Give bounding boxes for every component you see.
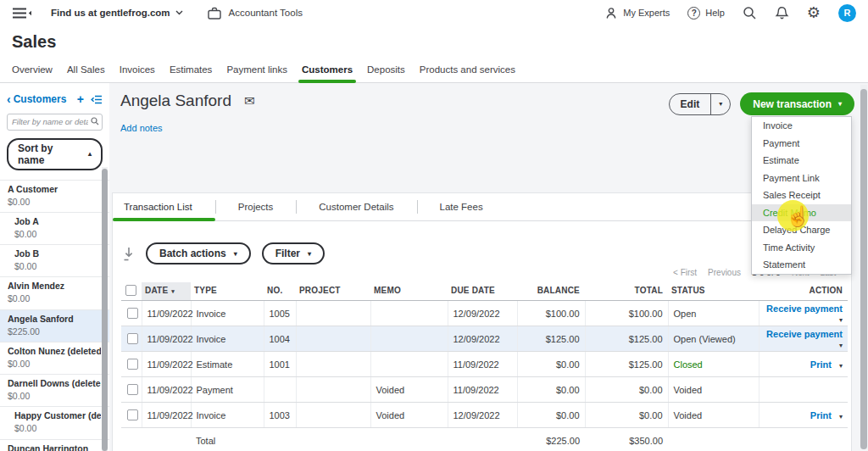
row-checkbox[interactable]: [127, 384, 138, 395]
hamburger-menu-icon[interactable]: [12, 8, 32, 19]
row-action-link[interactable]: Print: [810, 359, 832, 370]
transaction-row[interactable]: 11/09/2022 Invoice 1003 Voided 12/09/202…: [121, 403, 848, 428]
transaction-row[interactable]: 11/09/2022 Payment Voided 11/09/2022 $0.…: [121, 377, 848, 403]
cell-memo: Voided: [370, 377, 448, 403]
new-transaction-menu: Invoice Payment Estimate Payment Link Sa…: [751, 116, 852, 275]
customer-balance: $0.00: [14, 423, 101, 434]
transaction-menu-item[interactable]: Estimate: [752, 152, 851, 170]
cell-date: 11/09/2022: [142, 377, 191, 403]
customer-filter-input[interactable]: [7, 114, 103, 131]
cell-total: $0.00: [585, 403, 668, 428]
quickbooks-sales-page: Find us at gentlefrog.com Accountant Too…: [0, 0, 868, 451]
detail-tab[interactable]: Projects: [215, 193, 297, 220]
column-header-status[interactable]: STATUS: [668, 282, 759, 301]
row-action-link[interactable]: Receive payment: [766, 329, 843, 339]
customer-list-item[interactable]: Angela Sanford $225.00: [0, 310, 109, 342]
email-envelope-icon[interactable]: ✉: [244, 93, 255, 109]
edit-dropdown-caret[interactable]: ▾: [710, 94, 730, 114]
transaction-menu-item[interactable]: Statement: [752, 256, 851, 274]
add-notes-link[interactable]: Add notes: [120, 123, 255, 133]
customer-list-item[interactable]: Job B $0.00: [0, 245, 109, 277]
sidebar-scrollbar-thumb[interactable]: [102, 169, 108, 451]
customer-list-item[interactable]: Job A $0.00: [0, 213, 109, 245]
page-scrollbar-thumb[interactable]: [860, 89, 867, 449]
column-header-no[interactable]: NO.: [264, 282, 296, 301]
cell-status: Voided: [668, 377, 759, 403]
select-all-checkbox[interactable]: [125, 285, 136, 296]
collapse-list-icon[interactable]: [91, 95, 103, 104]
export-icon[interactable]: [123, 247, 135, 261]
main-tab[interactable]: Estimates: [170, 63, 213, 82]
filter-button[interactable]: Filter ▾: [262, 242, 325, 264]
customer-list-item[interactable]: Darnell Downs (deleted) $0.00: [0, 375, 109, 407]
action-caret-icon[interactable]: ▾: [839, 342, 843, 349]
transaction-menu-item[interactable]: Sales Receipt: [752, 187, 851, 204]
edit-button[interactable]: Edit ▾: [669, 93, 732, 115]
my-experts-button[interactable]: My Experts: [604, 7, 670, 19]
main-tab[interactable]: Overview: [12, 63, 53, 82]
transaction-row[interactable]: 11/09/2022 Invoice 1005 12/09/2022 $100.…: [121, 301, 848, 326]
accountant-tools-button[interactable]: Accountant Tools: [229, 8, 303, 18]
detail-tab[interactable]: Customer Details: [296, 193, 416, 220]
cell-no: 1001: [264, 352, 296, 377]
customer-list-item[interactable]: Colton Nunez (deleted) $0.00: [0, 342, 109, 375]
customer-list-item[interactable]: Happy Customer (delet $0.00: [0, 407, 109, 439]
column-header-action: ACTION: [759, 282, 848, 301]
column-header-type[interactable]: TYPE: [191, 282, 264, 301]
action-caret-icon[interactable]: ▾: [839, 362, 843, 370]
customer-list-item[interactable]: Alvin Mendez $0.00: [0, 277, 109, 309]
pagination-first[interactable]: < First: [673, 268, 697, 277]
customer-list-item[interactable]: Duncan Harrington $0.00: [0, 440, 109, 451]
transaction-row[interactable]: 11/09/2022 Estimate 1001 11/09/2022 $0.0…: [121, 352, 848, 377]
main-tab[interactable]: Products and services: [420, 63, 515, 82]
main-tab[interactable]: Customers: [302, 63, 353, 82]
cell-due-date: 11/09/2022: [448, 352, 517, 377]
cell-memo: [370, 326, 448, 352]
cell-total: $0.00: [585, 377, 668, 403]
transaction-menu-item[interactable]: Invoice: [752, 117, 851, 135]
page-scrollbar[interactable]: [860, 85, 867, 449]
column-header-due-date[interactable]: DUE DATE: [448, 282, 517, 301]
action-caret-icon[interactable]: ▾: [839, 413, 843, 420]
gear-icon[interactable]: ⚙: [807, 5, 821, 20]
new-transaction-button[interactable]: New transaction ▾: [740, 92, 854, 115]
column-header-project[interactable]: PROJECT: [296, 282, 370, 301]
column-header-date[interactable]: DATE▾: [142, 282, 191, 301]
company-menu[interactable]: Find us at gentlefrog.com: [51, 8, 183, 18]
notifications-bell-icon[interactable]: [775, 6, 789, 20]
row-checkbox[interactable]: [127, 333, 138, 344]
add-customer-icon[interactable]: +: [77, 93, 84, 105]
column-header-balance[interactable]: BALANCE: [517, 282, 585, 301]
back-to-customers-link[interactable]: ‹ Customers: [7, 93, 66, 105]
main-tab[interactable]: Deposits: [367, 63, 405, 82]
customer-balance: $0.00: [8, 359, 101, 370]
sort-by-name-button[interactable]: Sort by name ▴: [7, 138, 103, 170]
transaction-menu-item[interactable]: Payment Link: [752, 170, 851, 187]
detail-tab[interactable]: Transaction List: [113, 193, 215, 220]
batch-actions-button[interactable]: Batch actions ▾: [146, 242, 251, 264]
column-header-memo[interactable]: MEMO: [370, 282, 448, 301]
search-icon[interactable]: [743, 6, 757, 20]
row-checkbox[interactable]: [127, 308, 138, 319]
help-button[interactable]: ? Help: [687, 7, 725, 19]
sidebar-scrollbar[interactable]: [102, 167, 108, 451]
detail-tab[interactable]: Late Fees: [417, 193, 506, 220]
transactions-card: Transaction List Projects Customer Detai…: [112, 192, 852, 451]
transaction-row[interactable]: 11/09/2022 Invoice 1004 12/09/2022 $125.…: [121, 326, 848, 352]
transaction-menu-item[interactable]: Payment: [752, 135, 851, 153]
row-action-link[interactable]: Print: [810, 410, 832, 420]
main-tab[interactable]: Payment links: [226, 63, 287, 82]
avatar[interactable]: R: [838, 4, 856, 22]
column-header-total[interactable]: TOTAL: [585, 282, 668, 301]
pagination-previous[interactable]: Previous: [708, 268, 741, 277]
main-tab[interactable]: Invoices: [120, 63, 155, 82]
row-checkbox[interactable]: [127, 359, 138, 370]
row-action-link[interactable]: Receive payment: [766, 303, 843, 314]
action-caret-icon[interactable]: ▾: [839, 316, 843, 324]
cell-balance: $0.00: [517, 403, 585, 428]
customer-list-item[interactable]: A Customer $0.00: [0, 181, 109, 213]
transaction-menu-item[interactable]: Time Activity: [752, 239, 851, 257]
briefcase-icon: [207, 6, 222, 20]
main-tab[interactable]: All Sales: [67, 63, 105, 82]
row-checkbox[interactable]: [127, 409, 138, 420]
